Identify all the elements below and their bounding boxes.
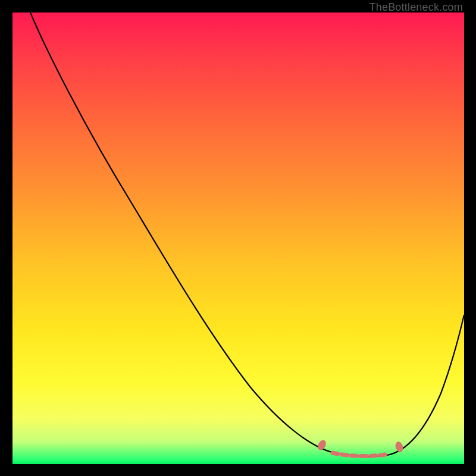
highlight-marker-left	[316, 439, 327, 452]
plot-area	[12, 12, 464, 464]
watermark-text: TheBottleneck.com	[369, 1, 463, 14]
chart-svg	[12, 12, 464, 464]
highlight-marker-right	[394, 440, 404, 453]
bottleneck-curve	[30, 12, 464, 456]
highlight-dashes	[333, 453, 389, 456]
chart-frame: TheBottleneck.com	[0, 0, 476, 476]
